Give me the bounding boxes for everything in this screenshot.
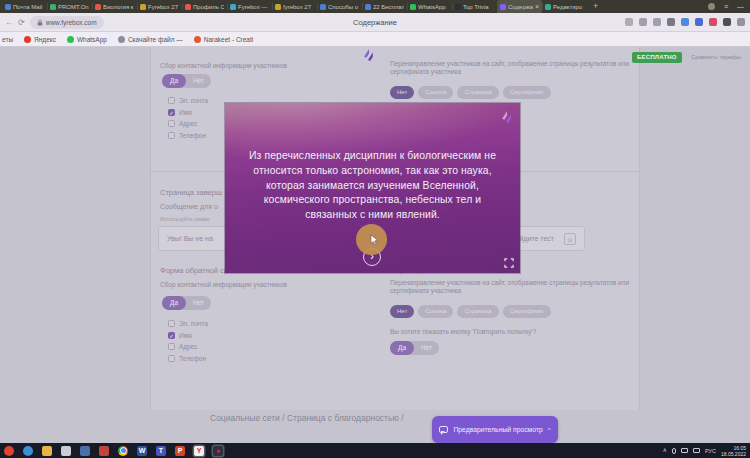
browser-tab[interactable]: Профиль С	[182, 0, 227, 13]
toggle-yes[interactable]: Да	[162, 296, 186, 310]
completion-page-heading: Страница заверш	[160, 188, 222, 197]
link-icon[interactable]	[625, 18, 633, 26]
back-icon[interactable]: ←	[5, 18, 13, 27]
yandex-disk-icon[interactable]	[681, 18, 689, 26]
contact-field-checkbox[interactable]: ✓Имя	[168, 330, 368, 342]
page-content: БЕСПЛАТНО Сравнить тарифы Сбор контактно…	[0, 47, 750, 443]
tab-title: Редактиро	[553, 4, 584, 10]
tab-favicon-icon	[140, 4, 146, 10]
tab-favicon-icon	[455, 4, 461, 10]
language-indicator[interactable]: РУС	[705, 448, 716, 454]
minimize-button[interactable]: —	[737, 0, 744, 13]
preview-button[interactable]: Предварительный просмотр ^	[432, 416, 558, 443]
screenshot-icon[interactable]	[667, 18, 675, 26]
checkbox-label: Эл. почта	[179, 320, 208, 327]
bookmark-favicon-icon	[67, 36, 74, 43]
url-text: www.fyrebox.com	[46, 19, 97, 26]
browser-tab[interactable]: Fyrebox —	[227, 0, 272, 13]
footer-links[interactable]: Социальные сети / Страница с благодарнос…	[210, 413, 404, 423]
extension-icons	[625, 18, 745, 26]
redirect-option-button[interactable]: Ссылка	[418, 86, 453, 99]
retry-toggle[interactable]: Да Нет	[390, 341, 439, 355]
menu-icon[interactable]: ≡	[724, 0, 728, 13]
redirect-option-button[interactable]: Сертификат	[503, 86, 551, 99]
puzzle-icon[interactable]	[737, 18, 745, 26]
contact-field-checkbox[interactable]: Эл. почта	[168, 318, 368, 330]
browser-tab[interactable]: WhatsApp	[407, 0, 452, 13]
tab-strip: Почта MailPROMT.OnБиология кFyrebox 27Пр…	[2, 0, 587, 13]
tab-favicon-icon	[320, 4, 326, 10]
word-icon[interactable]: W	[137, 446, 147, 456]
chrome-icon[interactable]	[118, 446, 128, 456]
recorder-icon[interactable]: ●	[213, 446, 223, 456]
browser-tab[interactable]: Биология к	[92, 0, 137, 13]
teams-icon[interactable]: T	[156, 446, 166, 456]
grid-extension-icon[interactable]	[695, 18, 703, 26]
plan-upgrade-link[interactable]: Сравнить тарифы	[691, 54, 741, 60]
bookmark-item[interactable]: WhatsApp	[67, 36, 107, 43]
mic-icon[interactable]	[672, 448, 676, 454]
contact-field-checkbox[interactable]: Телефон	[168, 353, 368, 365]
toggle-no[interactable]: Нет	[186, 74, 211, 88]
screen: Почта MailPROMT.OnБиология кFyrebox 27Пр…	[0, 0, 750, 458]
redirect-option-button[interactable]: Нет	[390, 305, 414, 318]
browser-tab-bar: Почта MailPROMT.OnБиология кFyrebox 27Пр…	[0, 0, 750, 13]
shield-icon[interactable]	[639, 18, 647, 26]
bookmark-item[interactable]: Narakeet - Creati	[194, 36, 254, 43]
bookmark-item[interactable]: Скачайте файл —	[118, 36, 183, 43]
bookmark-favicon-icon	[194, 36, 201, 43]
notes-extension-icon[interactable]	[723, 18, 731, 26]
browser-tab[interactable]: fyrebox 27	[272, 0, 317, 13]
yandex-browser-icon[interactable]: Y	[194, 446, 204, 456]
keyboard-icon[interactable]	[681, 448, 688, 453]
browser-tab[interactable]: Top Trivia	[452, 0, 497, 13]
checkbox-icon	[168, 120, 175, 127]
bookmark-label: WhatsApp	[77, 36, 107, 43]
reload-icon[interactable]: ⟳	[18, 18, 25, 27]
folder-icon[interactable]	[42, 446, 52, 456]
address-bar[interactable]: www.fyrebox.com	[30, 16, 104, 29]
emoji-picker-icon[interactable]: ☺	[564, 233, 576, 245]
toggle-yes[interactable]: Да	[162, 74, 186, 88]
bookmark-icon[interactable]	[653, 18, 661, 26]
profile-icon[interactable]	[708, 3, 715, 10]
calendar-icon[interactable]	[61, 446, 71, 456]
redirect-option-button[interactable]: Сертификат	[503, 305, 551, 318]
browser-tab[interactable]: Fyrebox 27	[137, 0, 182, 13]
contact-field-checkbox[interactable]: Адрес	[168, 341, 368, 353]
collect-toggle[interactable]: Да Нет	[162, 74, 211, 88]
browser-tab[interactable]: Способы о	[317, 0, 362, 13]
quiz-preview-modal: Из перечисленных дисциплин к биологическ…	[225, 103, 520, 273]
redirect-option-button[interactable]: Нет	[390, 86, 414, 99]
redirect-option-button[interactable]: Ссылка	[418, 305, 453, 318]
tray-arrow-icon[interactable]: ∧	[663, 443, 667, 458]
clock[interactable]: 16:05 18.05.2022	[721, 445, 746, 457]
tab-title: Содержа...	[508, 4, 533, 10]
bookmark-label: еты	[2, 36, 13, 43]
browser-tab[interactable]: PROMT.On	[47, 0, 92, 13]
redirect-option-button[interactable]: Страница	[457, 86, 498, 99]
mail-app-icon[interactable]	[80, 446, 90, 456]
tab-favicon-icon	[275, 4, 281, 10]
toggle-no[interactable]: Нет	[186, 296, 211, 310]
browser-tab[interactable]: Почта Mail	[2, 0, 47, 13]
bookmark-item[interactable]: еты	[2, 36, 13, 43]
network-icon[interactable]	[693, 448, 700, 453]
fullscreen-icon[interactable]	[504, 258, 514, 268]
mail-extension-icon[interactable]	[709, 18, 717, 26]
redirect-option-button[interactable]: Страница	[457, 305, 498, 318]
browser-icon[interactable]	[23, 446, 33, 456]
new-tab-button[interactable]: +	[593, 0, 598, 13]
feedback-toggle[interactable]: Да Нет	[162, 296, 211, 310]
tab-close-icon[interactable]: ×	[535, 3, 539, 10]
tab-title: Fyrebox 27	[148, 4, 179, 10]
toggle-yes[interactable]: Да	[390, 341, 414, 355]
toggle-no[interactable]: Нет	[414, 341, 439, 355]
browser-tab[interactable]: Содержа...×	[497, 0, 542, 13]
photos-app-icon[interactable]	[99, 446, 109, 456]
browser-tab[interactable]: Редактиро	[542, 0, 587, 13]
opera-icon[interactable]	[4, 446, 14, 456]
powerpoint-icon[interactable]: P	[175, 446, 185, 456]
browser-tab[interactable]: 22 Бесплат	[362, 0, 407, 13]
bookmark-item[interactable]: Яндекс	[24, 36, 56, 43]
